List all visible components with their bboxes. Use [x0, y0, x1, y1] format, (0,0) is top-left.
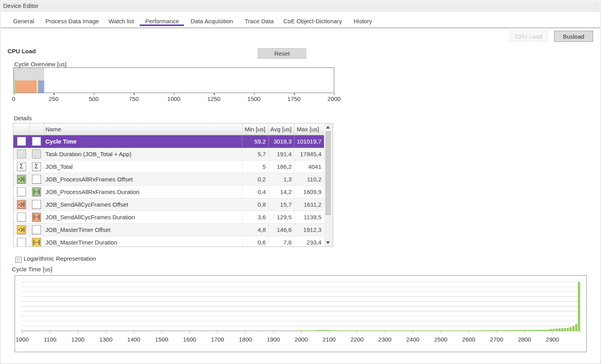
svg-text:1400: 1400	[127, 336, 140, 343]
svg-text:2300: 2300	[378, 336, 391, 343]
svg-text:1700: 1700	[211, 336, 224, 343]
svg-text:1200: 1200	[71, 336, 84, 343]
svg-text:2400: 2400	[406, 336, 419, 343]
svg-text:1100: 1100	[44, 336, 56, 343]
svg-text:1600: 1600	[183, 336, 196, 343]
svg-text:1000: 1000	[15, 336, 28, 343]
svg-text:2200: 2200	[350, 336, 363, 343]
svg-text:2100: 2100	[322, 336, 335, 343]
svg-text:1900: 1900	[267, 336, 280, 343]
svg-text:2600: 2600	[462, 336, 475, 343]
svg-text:2900: 2900	[546, 336, 559, 343]
svg-text:2700: 2700	[490, 336, 503, 343]
svg-text:2000: 2000	[295, 336, 308, 343]
svg-text:2500: 2500	[434, 336, 447, 343]
svg-text:1500: 1500	[155, 336, 168, 343]
svg-text:1800: 1800	[239, 336, 252, 343]
svg-text:2800: 2800	[518, 336, 531, 343]
svg-text:1300: 1300	[99, 336, 112, 343]
